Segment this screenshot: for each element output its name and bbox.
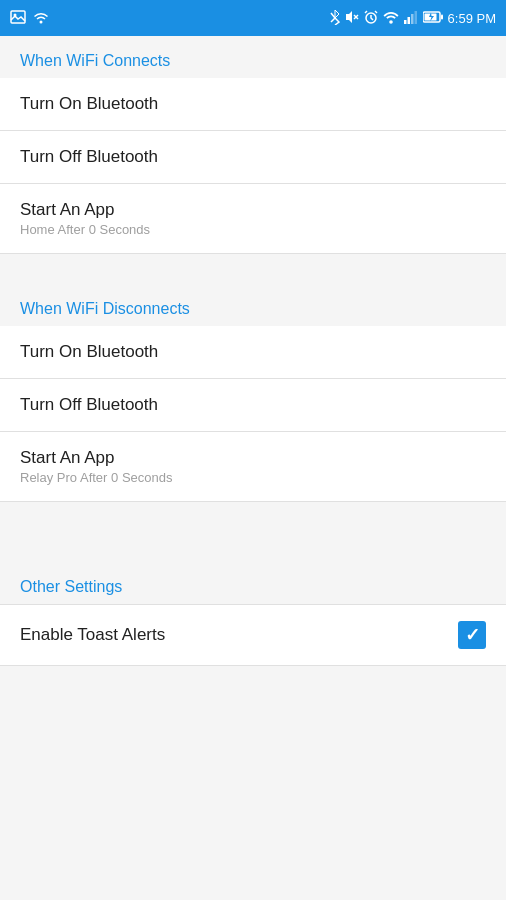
wifi-status-icon (32, 10, 50, 27)
spacer-2 (0, 502, 506, 532)
start-app-disconnect-subtitle: Relay Pro After 0 Seconds (20, 470, 486, 485)
wifi-connects-start-app[interactable]: Start An App Home After 0 Seconds (0, 184, 506, 254)
gallery-icon (10, 10, 26, 27)
status-bar: 6:59 PM (0, 0, 506, 36)
start-app-connect-subtitle: Home After 0 Seconds (20, 222, 486, 237)
main-content: When WiFi Connects Turn On Bluetooth Tur… (0, 36, 506, 900)
wifi-connects-turn-off-bluetooth[interactable]: Turn Off Bluetooth (0, 131, 506, 184)
enable-toast-alerts-item[interactable]: Enable Toast Alerts (0, 604, 506, 666)
svg-rect-10 (414, 11, 417, 24)
svg-rect-8 (407, 17, 410, 24)
start-app-disconnect-label: Start An App (20, 448, 486, 468)
wifi-disconnects-turn-off-bluetooth[interactable]: Turn Off Bluetooth (0, 379, 506, 432)
wifi-signal-icon (383, 10, 399, 27)
cell-signal-icon (404, 10, 418, 27)
turn-on-bluetooth-connect-label: Turn On Bluetooth (20, 94, 486, 114)
turn-on-bluetooth-disconnect-label: Turn On Bluetooth (20, 342, 486, 362)
enable-toast-alerts-label: Enable Toast Alerts (20, 625, 165, 645)
time-display: 6:59 PM (448, 11, 496, 26)
svg-rect-13 (441, 14, 443, 19)
other-settings-header: Other Settings (0, 562, 506, 604)
alarm-icon (364, 10, 378, 27)
turn-off-bluetooth-connect-label: Turn Off Bluetooth (20, 147, 486, 167)
svg-point-2 (40, 20, 43, 23)
svg-rect-7 (404, 20, 407, 24)
svg-rect-9 (411, 14, 414, 24)
spacer-1 (0, 254, 506, 284)
wifi-disconnects-start-app[interactable]: Start An App Relay Pro After 0 Seconds (0, 432, 506, 502)
status-right-icons: 6:59 PM (330, 9, 496, 28)
wifi-connects-header: When WiFi Connects (0, 36, 506, 78)
wifi-disconnects-turn-on-bluetooth[interactable]: Turn On Bluetooth (0, 326, 506, 379)
wifi-connects-turn-on-bluetooth[interactable]: Turn On Bluetooth (0, 78, 506, 131)
svg-point-6 (389, 20, 393, 24)
bluetooth-icon (330, 9, 340, 28)
battery-icon (423, 11, 443, 26)
turn-off-bluetooth-disconnect-label: Turn Off Bluetooth (20, 395, 486, 415)
spacer-3 (0, 532, 506, 562)
wifi-disconnects-header: When WiFi Disconnects (0, 284, 506, 326)
start-app-connect-label: Start An App (20, 200, 486, 220)
enable-toast-alerts-checkbox[interactable] (458, 621, 486, 649)
mute-icon (345, 10, 359, 27)
status-left-icons (10, 10, 50, 27)
